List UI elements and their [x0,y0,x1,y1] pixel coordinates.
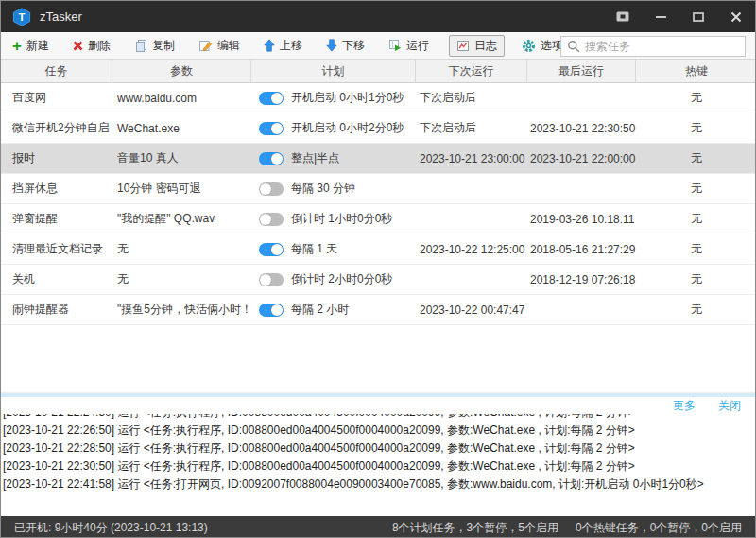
table-row[interactable]: 百度网www.baidu.com开机启动 0小时1分0秒下次启动后无 [1,83,755,113]
task-last-run: 2019-03-26 10:18:11 [527,213,636,226]
task-enabled-toggle[interactable] [259,182,284,196]
search-icon [567,40,580,53]
copy-task-button[interactable]: 复制 [130,35,179,57]
ztasker-window: T zTasker + [0,0,756,538]
table-row[interactable]: 清理最近文档记录无每隔 1 天2023-10-22 12:25:002018-0… [1,234,755,265]
task-params: 无 [112,271,251,287]
move-up-button[interactable]: 上移 [260,35,306,57]
toggle-knob [271,93,283,104]
task-params: 10分钟 密码可退 [112,181,251,197]
hotkey-task-count: 0个热键任务，0个暂停，0个启用 [576,520,742,536]
gear-icon [522,39,536,53]
task-name: 百度网 [1,90,112,106]
task-table: 任务 参数 计划 下次运行 最后运行 热键 百度网www.baidu.com开机… [1,60,755,392]
copy-task-label: 复制 [152,38,175,54]
task-enabled-toggle[interactable] [259,273,284,286]
task-enabled-toggle[interactable] [259,122,284,135]
table-row[interactable]: 闹钟提醒器"摸鱼5分钟，快活俩小时！" ...每隔 2 小时2023-10-22… [1,295,755,325]
log-list[interactable]: [2023-10-21 22:24:50] 运行 <任务:执行程序, ID:00… [1,414,755,516]
run-task-label: 运行 [406,38,429,54]
column-header-next-run[interactable]: 下次运行 [416,60,527,82]
column-header-params[interactable]: 参数 [112,60,251,82]
new-task-label: 新建 [26,38,49,54]
column-header-task[interactable]: 任务 [1,60,112,82]
uptime-status: 已开机: 9小时40分 (2023-10-21 13:13) [14,520,208,536]
task-schedule-text: 每隔 2 小时 [291,302,349,318]
maximize-button[interactable] [691,10,706,24]
task-params: www.baidu.com [112,92,251,105]
task-params: "摸鱼5分钟，快活俩小时！" ... [112,302,251,318]
log-toggle-button[interactable]: 日志 [449,35,505,57]
app-logo-icon: T [12,8,31,26]
task-hotkey: 无 [636,211,755,227]
run-task-button[interactable]: 运行 [385,35,433,57]
table-row[interactable]: 报时音量10 真人整点|半点2023-10-21 23:00:002023-10… [1,144,755,174]
task-schedule-text: 开机启动 0小时2分0秒 [291,120,404,136]
table-row[interactable]: 弹窗提醒"我的提醒" QQ.wav倒计时 1小时0分0秒2019-03-26 1… [1,204,755,234]
table-row[interactable]: 微信开机2分钟自启WeChat.exe开机启动 0小时2分0秒下次启动后2023… [1,113,755,144]
table-header: 任务 参数 计划 下次运行 最后运行 热键 [1,60,755,83]
column-header-last-run[interactable]: 最后运行 [527,60,636,82]
task-schedule-cell: 开机启动 0小时2分0秒 [251,120,416,136]
status-bar: 已开机: 9小时40分 (2023-10-21 13:13) 8个计划任务，3个… [1,516,755,538]
log-line: [2023-10-21 22:41:58] 运行 <任务:打开网页, ID:00… [1,476,755,494]
svg-text:T: T [18,11,25,23]
minimize-icon [656,16,666,18]
task-name: 关机 [1,271,112,287]
delete-task-button[interactable]: 删除 [69,35,114,57]
task-enabled-toggle[interactable] [259,213,284,226]
toggle-knob [271,304,283,316]
log-toggle-label: 日志 [474,38,497,54]
arrow-down-icon [326,39,337,52]
minimize-button[interactable] [653,10,668,24]
task-enabled-toggle[interactable] [259,92,284,105]
task-params: WeChat.exe [112,122,251,135]
task-schedule-cell: 倒计时 2小时0分0秒 [251,271,416,287]
table-row[interactable]: 关机无倒计时 2小时0分0秒2018-12-19 07:26:18无 [1,265,755,295]
log-line: [2023-10-21 22:24:50] 运行 <任务:执行程序, ID:00… [1,414,755,422]
task-schedule-text: 开机启动 0小时1分0秒 [291,90,404,106]
task-params: "我的提醒" QQ.wav [112,211,251,227]
task-hotkey: 无 [636,120,755,136]
minimize-to-tray-button[interactable] [615,10,630,24]
close-icon [730,11,742,23]
task-last-run: 2018-12-19 07:26:18 [527,273,636,286]
plus-icon: + [12,40,22,52]
toggle-knob [260,214,271,225]
task-enabled-toggle[interactable] [259,152,284,165]
task-schedule-cell: 每隔 30 分钟 [251,181,416,197]
toggle-knob [271,123,283,134]
edit-task-button[interactable]: 编辑 [195,35,244,57]
task-name: 挡屏休息 [1,181,112,197]
task-hotkey: 无 [636,241,755,257]
log-more-link[interactable]: 更多 [673,398,696,414]
move-down-button[interactable]: 下移 [322,35,369,57]
task-last-run: 2023-10-21 22:30:50 [527,122,636,135]
task-schedule-cell: 开机启动 0小时1分0秒 [251,90,416,106]
search-input[interactable] [585,40,739,53]
delete-task-label: 删除 [88,38,111,54]
task-name: 弹窗提醒 [1,211,112,227]
task-name: 闹钟提醒器 [1,302,112,318]
task-next-run: 2023-10-22 00:47:47 [416,304,527,317]
close-button[interactable] [729,10,744,24]
log-line: [2023-10-21 22:30:50] 运行 <任务:执行程序, ID:00… [1,458,755,476]
search-box[interactable] [560,36,746,57]
run-icon [388,39,402,52]
task-next-run: 2023-10-22 12:25:00 [416,243,527,256]
task-schedule-cell: 每隔 1 天 [251,241,416,257]
task-next-run: 2023-10-21 23:00:00 [416,152,527,165]
task-hotkey: 无 [636,302,755,318]
edit-task-label: 编辑 [217,38,240,54]
column-header-schedule[interactable]: 计划 [251,60,416,82]
log-close-link[interactable]: 关闭 [718,398,741,414]
new-task-button[interactable]: + 新建 [9,35,53,57]
table-row[interactable]: 挡屏休息10分钟 密码可退每隔 30 分钟无 [1,174,755,204]
log-line: [2023-10-21 22:28:50] 运行 <任务:执行程序, ID:00… [1,440,755,458]
column-header-hotkey[interactable]: 热键 [636,60,755,82]
task-enabled-toggle[interactable] [259,304,284,317]
tray-icon [616,11,629,22]
task-enabled-toggle[interactable] [259,243,284,256]
task-last-run: 2018-05-16 21:27:29 [527,243,636,256]
log-panel: 更多 关闭 [2023-10-21 22:24:50] 运行 <任务:执行程序,… [1,397,755,516]
